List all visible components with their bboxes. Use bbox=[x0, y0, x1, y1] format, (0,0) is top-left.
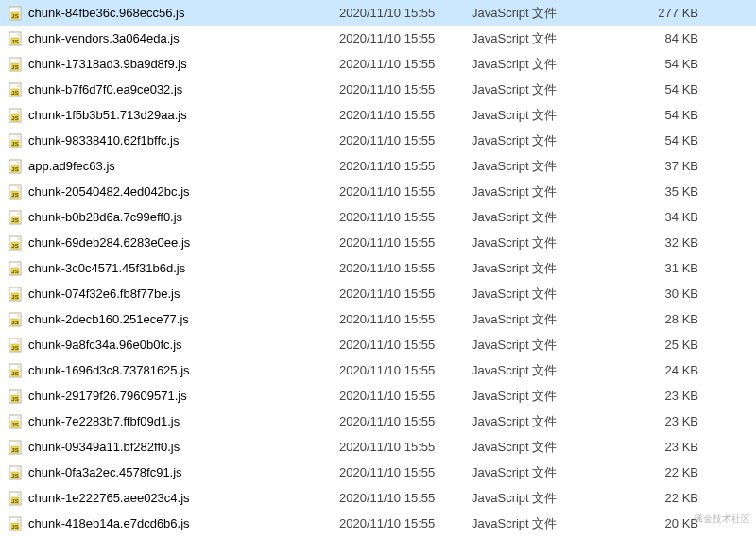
file-row[interactable]: JSchunk-17318ad3.9ba9d8f9.js2020/11/10 1… bbox=[0, 51, 756, 77]
file-date-cell: 2020/11/10 15:55 bbox=[339, 261, 472, 275]
file-size-cell: 24 KB bbox=[623, 363, 708, 377]
file-type-cell: JavaScript 文件 bbox=[472, 464, 623, 481]
file-name-label: chunk-0fa3a2ec.4578fc91.js bbox=[28, 465, 182, 479]
svg-text:JS: JS bbox=[11, 371, 18, 376]
file-name-cell[interactable]: JSchunk-98338410.62f1bffc.js bbox=[4, 133, 339, 148]
file-size-cell: 22 KB bbox=[623, 465, 708, 479]
svg-text:JS: JS bbox=[11, 39, 18, 44]
file-row[interactable]: JSchunk-b7f6d7f0.ea9ce032.js2020/11/10 1… bbox=[0, 77, 756, 102]
file-date-cell: 2020/11/10 15:55 bbox=[339, 338, 472, 352]
file-date-cell: 2020/11/10 15:55 bbox=[339, 465, 472, 479]
file-name-label: chunk-7e2283b7.ffbf09d1.js bbox=[28, 414, 180, 428]
svg-text:JS: JS bbox=[11, 320, 18, 325]
file-size-cell: 32 KB bbox=[623, 235, 708, 250]
js-file-icon: JS bbox=[8, 491, 23, 506]
file-name-cell[interactable]: JSchunk-69deb284.6283e0ee.js bbox=[4, 235, 339, 251]
js-file-icon: JS bbox=[8, 363, 23, 378]
file-date-cell: 2020/11/10 15:55 bbox=[339, 287, 472, 301]
js-file-icon: JS bbox=[8, 465, 23, 480]
file-name-cell[interactable]: JSchunk-b0b28d6a.7c99eff0.js bbox=[4, 210, 339, 225]
file-name-label: chunk-b7f6d7f0.ea9ce032.js bbox=[28, 82, 182, 96]
file-name-cell[interactable]: JSchunk-074f32e6.fb8f77be.js bbox=[4, 287, 339, 302]
svg-text:JS: JS bbox=[11, 396, 18, 402]
file-name-cell[interactable]: JSchunk-17318ad3.9ba9d8f9.js bbox=[4, 57, 339, 72]
file-name-cell[interactable]: JSchunk-1f5b3b51.713d29aa.js bbox=[4, 108, 339, 123]
svg-text:JS: JS bbox=[11, 447, 18, 453]
file-row[interactable]: JSchunk-1f5b3b51.713d29aa.js2020/11/10 1… bbox=[0, 102, 756, 128]
file-date-cell: 2020/11/10 15:55 bbox=[339, 389, 472, 403]
file-row[interactable]: JSchunk-20540482.4ed042bc.js2020/11/10 1… bbox=[0, 179, 756, 204]
file-name-cell[interactable]: JSchunk-29179f26.79609571.js bbox=[4, 389, 339, 404]
svg-text:JS: JS bbox=[11, 141, 18, 147]
file-row[interactable]: JSchunk-0fa3a2ec.4578fc91.js2020/11/10 1… bbox=[0, 460, 756, 485]
file-row[interactable]: JSchunk-b0b28d6a.7c99eff0.js2020/11/10 1… bbox=[0, 204, 756, 230]
file-type-cell: JavaScript 文件 bbox=[472, 81, 623, 98]
file-name-label: chunk-2decb160.251ece77.js bbox=[28, 312, 189, 326]
file-row[interactable]: JSchunk-1696d3c8.73781625.js2020/11/10 1… bbox=[0, 357, 756, 383]
file-name-cell[interactable]: JSchunk-418eb14a.e7dcd6b6.js bbox=[4, 516, 339, 531]
file-date-cell: 2020/11/10 15:55 bbox=[339, 440, 472, 454]
file-row[interactable]: JSchunk-09349a11.bf282ff0.js2020/11/10 1… bbox=[0, 434, 756, 460]
file-name-cell[interactable]: JSchunk-0fa3a2ec.4578fc91.js bbox=[4, 465, 339, 480]
file-date-cell: 2020/11/10 15:55 bbox=[339, 363, 472, 377]
file-name-label: chunk-17318ad3.9ba9d8f9.js bbox=[28, 57, 187, 71]
svg-text:JS: JS bbox=[11, 269, 18, 274]
file-row[interactable]: JSapp.ad9fec63.js2020/11/10 15:55JavaScr… bbox=[0, 153, 756, 179]
file-size-cell: 277 KB bbox=[623, 6, 708, 20]
file-row[interactable]: JSchunk-84fbe36c.968ecc56.js2020/11/10 1… bbox=[0, 0, 756, 26]
file-row[interactable]: JSchunk-69deb284.6283e0ee.js2020/11/10 1… bbox=[0, 230, 756, 255]
file-name-cell[interactable]: JSapp.ad9fec63.js bbox=[4, 159, 339, 174]
file-date-cell: 2020/11/10 15:55 bbox=[339, 159, 472, 173]
file-name-label: chunk-1696d3c8.73781625.js bbox=[28, 363, 190, 377]
js-file-icon: JS bbox=[8, 338, 23, 353]
svg-text:JS: JS bbox=[11, 90, 18, 96]
file-name-cell[interactable]: JSchunk-20540482.4ed042bc.js bbox=[4, 184, 339, 200]
js-file-icon: JS bbox=[8, 414, 23, 429]
file-name-cell[interactable]: JSchunk-1e222765.aee023c4.js bbox=[4, 491, 339, 506]
file-date-cell: 2020/11/10 15:55 bbox=[339, 31, 472, 45]
file-date-cell: 2020/11/10 15:55 bbox=[339, 57, 472, 71]
file-name-label: chunk-9a8fc34a.96e0b0fc.js bbox=[28, 338, 182, 352]
file-name-label: chunk-074f32e6.fb8f77be.js bbox=[28, 287, 180, 301]
file-row[interactable]: JSchunk-074f32e6.fb8f77be.js2020/11/10 1… bbox=[0, 281, 756, 306]
js-file-icon: JS bbox=[8, 516, 23, 531]
file-name-cell[interactable]: JSchunk-vendors.3a064eda.js bbox=[4, 31, 339, 46]
file-size-cell: 31 KB bbox=[623, 261, 708, 275]
js-file-icon: JS bbox=[8, 235, 23, 251]
file-row[interactable]: JSchunk-29179f26.79609571.js2020/11/10 1… bbox=[0, 383, 756, 409]
file-row[interactable]: JSchunk-9a8fc34a.96e0b0fc.js2020/11/10 1… bbox=[0, 332, 756, 357]
file-name-cell[interactable]: JSchunk-84fbe36c.968ecc56.js bbox=[4, 6, 339, 21]
file-row[interactable]: JSchunk-vendors.3a064eda.js2020/11/10 15… bbox=[0, 26, 756, 51]
file-size-cell: 54 KB bbox=[623, 108, 708, 122]
js-file-icon: JS bbox=[8, 57, 23, 72]
file-row[interactable]: JSchunk-418eb14a.e7dcd6b6.js2020/11/10 1… bbox=[0, 511, 756, 536]
file-size-cell: 35 KB bbox=[623, 184, 708, 199]
file-type-cell: JavaScript 文件 bbox=[472, 388, 623, 405]
svg-text:JS: JS bbox=[11, 115, 18, 121]
svg-text:JS: JS bbox=[11, 243, 18, 249]
file-row[interactable]: JSchunk-2decb160.251ece77.js2020/11/10 1… bbox=[0, 306, 756, 332]
file-name-label: chunk-69deb284.6283e0ee.js bbox=[28, 235, 190, 250]
svg-text:JS: JS bbox=[11, 192, 18, 198]
js-file-icon: JS bbox=[8, 261, 23, 276]
file-size-cell: 34 KB bbox=[623, 210, 708, 224]
file-name-cell[interactable]: JSchunk-3c0c4571.45f31b6d.js bbox=[4, 261, 339, 276]
file-size-cell: 25 KB bbox=[623, 338, 708, 352]
file-date-cell: 2020/11/10 15:55 bbox=[339, 210, 472, 224]
file-row[interactable]: JSchunk-3c0c4571.45f31b6d.js2020/11/10 1… bbox=[0, 255, 756, 281]
file-size-cell: 28 KB bbox=[623, 312, 708, 326]
file-name-cell[interactable]: JSchunk-2decb160.251ece77.js bbox=[4, 312, 339, 327]
file-name-cell[interactable]: JSchunk-7e2283b7.ffbf09d1.js bbox=[4, 414, 339, 429]
file-name-cell[interactable]: JSchunk-9a8fc34a.96e0b0fc.js bbox=[4, 338, 339, 353]
file-name-cell[interactable]: JSchunk-09349a11.bf282ff0.js bbox=[4, 440, 339, 455]
file-name-cell[interactable]: JSchunk-b7f6d7f0.ea9ce032.js bbox=[4, 82, 339, 97]
file-name-label: chunk-1e222765.aee023c4.js bbox=[28, 491, 190, 505]
svg-text:JS: JS bbox=[11, 64, 18, 70]
file-date-cell: 2020/11/10 15:55 bbox=[339, 516, 472, 530]
file-row[interactable]: JSchunk-98338410.62f1bffc.js2020/11/10 1… bbox=[0, 128, 756, 153]
file-name-label: chunk-09349a11.bf282ff0.js bbox=[28, 440, 180, 454]
file-type-cell: JavaScript 文件 bbox=[472, 235, 623, 252]
file-row[interactable]: JSchunk-7e2283b7.ffbf09d1.js2020/11/10 1… bbox=[0, 409, 756, 434]
file-name-cell[interactable]: JSchunk-1696d3c8.73781625.js bbox=[4, 363, 339, 378]
file-row[interactable]: JSchunk-1e222765.aee023c4.js2020/11/10 1… bbox=[0, 485, 756, 511]
